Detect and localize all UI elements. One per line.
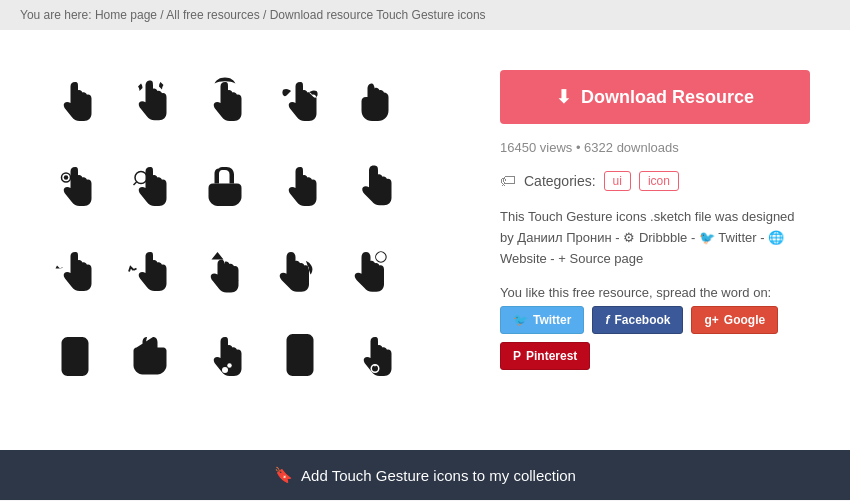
svg-point-3	[222, 367, 228, 373]
category-tag-ui[interactable]: ui	[604, 171, 631, 191]
gesture-icon-20	[340, 315, 410, 395]
website-link[interactable]: Website	[500, 251, 547, 266]
google-icon: g+	[704, 313, 718, 327]
gesture-icon-11	[40, 230, 110, 310]
tag-icon: 🏷	[500, 172, 516, 190]
category-tag-icon[interactable]: icon	[639, 171, 679, 191]
gesture-icon-12	[115, 230, 185, 310]
twitter-link[interactable]: Twitter	[718, 230, 756, 245]
svg-point-4	[227, 363, 232, 368]
pinterest-icon: P	[513, 349, 521, 363]
gesture-icon-8	[190, 145, 260, 225]
icon-grid	[40, 60, 460, 395]
bookmark-icon: 🔖	[274, 466, 293, 484]
resource-stats: 16450 views • 6322 downloads	[500, 140, 810, 155]
gesture-icon-5	[340, 60, 410, 140]
gesture-icon-4	[265, 60, 335, 140]
gesture-icon-18	[190, 315, 260, 395]
source-link[interactable]: Source page	[570, 251, 644, 266]
gesture-icon-10	[340, 145, 410, 225]
gesture-icon-2	[115, 60, 185, 140]
twitter-icon: 🐦	[513, 313, 528, 327]
gesture-icon-13	[190, 230, 260, 310]
gesture-icon-19	[265, 315, 335, 395]
resource-description: This Touch Gesture icons .sketch file wa…	[500, 207, 810, 269]
gesture-icon-15	[340, 230, 410, 310]
categories-row: 🏷 Categories: ui icon	[500, 171, 810, 191]
social-share-section: You like this free resource, spread the …	[500, 285, 810, 370]
gesture-icon-9	[265, 145, 335, 225]
gesture-icon-16	[40, 315, 110, 395]
gesture-icon-1	[40, 60, 110, 140]
gesture-icon-17	[115, 315, 185, 395]
dribbble-link[interactable]: Dribbble	[639, 230, 687, 245]
icon-grid-panel	[40, 60, 460, 420]
download-icon: ⬇	[556, 86, 571, 108]
main-content: ⬇ Download Resource 16450 views • 6322 d…	[0, 30, 850, 450]
google-share-button[interactable]: g+ Google	[691, 306, 778, 334]
facebook-share-button[interactable]: f Facebook	[592, 306, 683, 334]
svg-point-2	[135, 172, 147, 184]
twitter-share-button[interactable]: 🐦 Twitter	[500, 306, 584, 334]
gesture-icon-14	[265, 230, 335, 310]
resource-details-panel: ⬇ Download Resource 16450 views • 6322 d…	[500, 60, 810, 420]
facebook-icon: f	[605, 313, 609, 327]
pinterest-share-button[interactable]: P Pinterest	[500, 342, 590, 370]
gesture-icon-3	[190, 60, 260, 140]
gesture-icon-7	[115, 145, 185, 225]
social-buttons-row: 🐦 Twitter f Facebook g+ Google P Pintere…	[500, 306, 810, 370]
download-button[interactable]: ⬇ Download Resource	[500, 70, 810, 124]
gesture-icon-6	[40, 145, 110, 225]
add-to-collection-bar[interactable]: 🔖 Add Touch Gesture icons to my collecti…	[0, 450, 850, 500]
svg-point-1	[64, 175, 69, 180]
breadcrumb: You are here: Home page / All free resou…	[0, 0, 850, 30]
